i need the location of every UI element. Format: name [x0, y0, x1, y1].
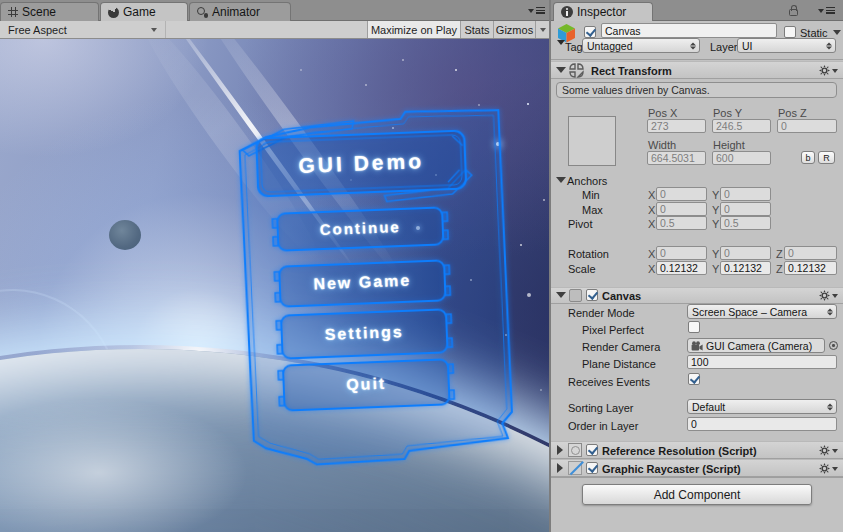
receives-events-checkbox[interactable]	[688, 373, 700, 385]
tab-game-label: Game	[123, 5, 156, 19]
scale-x-field[interactable]: 0.12132	[656, 261, 707, 275]
static-checkbox[interactable]	[784, 26, 796, 38]
scale-y-field[interactable]: 0.12132	[720, 261, 771, 275]
pos-z-label: Pos Z	[778, 107, 807, 119]
gizmos-label: Gizmos	[496, 24, 533, 36]
sorting-layer-value: Default	[692, 401, 725, 413]
axis-x-label: X	[648, 263, 655, 275]
order-in-layer-field[interactable]: 0	[687, 417, 837, 431]
pixel-perfect-checkbox[interactable]	[688, 321, 700, 333]
canvas-component-title: Canvas	[602, 290, 641, 302]
object-picker-icon[interactable]	[829, 341, 838, 350]
lock-icon[interactable]	[789, 9, 798, 16]
stats-label: Stats	[464, 24, 489, 36]
axis-y-label: Y	[712, 248, 719, 260]
render-camera-object-field[interactable]: GUI Camera (Camera)	[687, 338, 825, 353]
gear-icon[interactable]	[819, 463, 838, 474]
rect-transform-title: Rect Transform	[591, 65, 672, 77]
max-x-field[interactable]: 0	[656, 202, 707, 216]
stats-button[interactable]: Stats	[460, 21, 493, 38]
pos-x-field[interactable]: 273	[647, 119, 706, 133]
max-label: Max	[582, 204, 603, 216]
gizmos-dropdown-arrow[interactable]	[535, 21, 549, 38]
tag-dropdown[interactable]: Untagged	[582, 38, 700, 53]
tag-value: Untagged	[587, 40, 633, 52]
layer-value: UI	[742, 40, 753, 52]
pos-z-field[interactable]: 0	[777, 119, 837, 133]
max-y-field[interactable]: 0	[720, 202, 771, 216]
render-mode-dropdown[interactable]: Screen Space – Camera	[687, 304, 837, 319]
foldout-icon[interactable]	[557, 445, 563, 455]
inspector-menu-icon[interactable]	[818, 7, 835, 14]
tab-scene[interactable]: Scene	[0, 2, 99, 21]
plane-distance-field[interactable]: 100	[687, 355, 837, 369]
gizmos-button[interactable]: Gizmos	[493, 21, 535, 38]
order-in-layer-label: Order in Layer	[568, 420, 638, 432]
foldout-icon[interactable]	[557, 463, 563, 473]
blueprint-mode-button[interactable]: b	[801, 151, 815, 164]
active-checkbox[interactable]	[584, 26, 596, 38]
gameobject-name-field[interactable]: Canvas	[601, 23, 777, 38]
chevron-down-icon	[151, 28, 157, 32]
foldout-icon[interactable]	[556, 292, 566, 298]
min-x-field[interactable]: 0	[656, 187, 707, 201]
axis-z-label: Z	[776, 248, 783, 260]
reference-resolution-title: Reference Resolution (Script)	[602, 445, 757, 457]
axis-y-label: Y	[712, 204, 719, 216]
render-mode-label: Render Mode	[568, 307, 635, 319]
add-component-button[interactable]: Add Component	[582, 484, 812, 505]
tab-game[interactable]: Game	[100, 2, 188, 21]
game-tabbar-menu-icon[interactable]	[528, 7, 545, 14]
height-label: Height	[713, 139, 745, 151]
divider	[551, 59, 843, 60]
raw-edit-mode-button[interactable]: R	[818, 151, 835, 164]
gui-menu: GUI Demo Continue New Game Settings Quit	[231, 96, 521, 478]
tab-inspector[interactable]: Inspector	[553, 2, 653, 21]
min-y-field[interactable]: 0	[720, 187, 771, 201]
foldout-icon[interactable]	[556, 67, 566, 73]
height-field[interactable]: 600	[712, 151, 771, 165]
render-camera-value: GUI Camera (Camera)	[706, 340, 812, 352]
pixel-perfect-label: Pixel Perfect	[582, 324, 644, 336]
anchor-preset-box[interactable]	[568, 116, 616, 166]
receives-events-label: Receives Events	[568, 376, 650, 388]
sorting-layer-dropdown[interactable]: Default	[687, 399, 837, 414]
axis-y-label: Y	[712, 263, 719, 275]
tag-label: Tag	[565, 41, 583, 53]
canvas-enabled-checkbox[interactable]	[586, 289, 598, 301]
maximize-on-play-button[interactable]: Maximize on Play	[367, 21, 460, 38]
axis-y-label: Y	[712, 218, 719, 230]
pos-y-field[interactable]: 246.5	[712, 119, 771, 133]
axis-y-label: Y	[712, 189, 719, 201]
gameobject-name: Canvas	[605, 25, 641, 37]
width-field[interactable]: 664.5031	[647, 151, 706, 165]
camera-icon	[691, 341, 703, 351]
pivot-y-field[interactable]: 0.5	[720, 216, 771, 230]
static-dropdown-arrow[interactable]	[833, 30, 841, 35]
tab-animator[interactable]: Animator	[189, 2, 291, 21]
gear-icon[interactable]	[819, 290, 838, 301]
sorting-layer-label: Sorting Layer	[568, 402, 633, 414]
axis-x-label: X	[648, 189, 655, 201]
layer-dropdown[interactable]: UI	[737, 38, 836, 53]
pivot-x-field[interactable]: 0.5	[656, 216, 707, 230]
width-label: Width	[648, 139, 676, 151]
render-camera-label: Render Camera	[582, 341, 660, 353]
scale-z-field[interactable]: 0.12132	[784, 261, 837, 275]
rotation-y-field[interactable]: 0	[720, 246, 771, 260]
reference-resolution-checkbox[interactable]	[586, 444, 598, 456]
dropdown-arrows-icon	[827, 403, 833, 410]
rotation-x-field[interactable]: 0	[656, 246, 707, 260]
game-view-panel: Scene Game Animator Free Aspect Maximize…	[0, 0, 549, 532]
gear-icon[interactable]	[819, 65, 838, 76]
graphic-raycaster-checkbox[interactable]	[586, 462, 598, 474]
game-tabbar: Scene Game Animator	[0, 0, 549, 21]
aspect-dropdown[interactable]: Free Aspect	[0, 21, 166, 38]
gear-icon[interactable]	[819, 445, 838, 456]
axis-x-label: X	[648, 204, 655, 216]
rotation-z-field[interactable]: 0	[784, 246, 837, 260]
foldout-icon[interactable]	[556, 177, 566, 183]
layer-label: Layer	[710, 41, 738, 53]
anchors-label: Anchors	[567, 175, 607, 187]
tab-animator-label: Animator	[212, 5, 260, 19]
